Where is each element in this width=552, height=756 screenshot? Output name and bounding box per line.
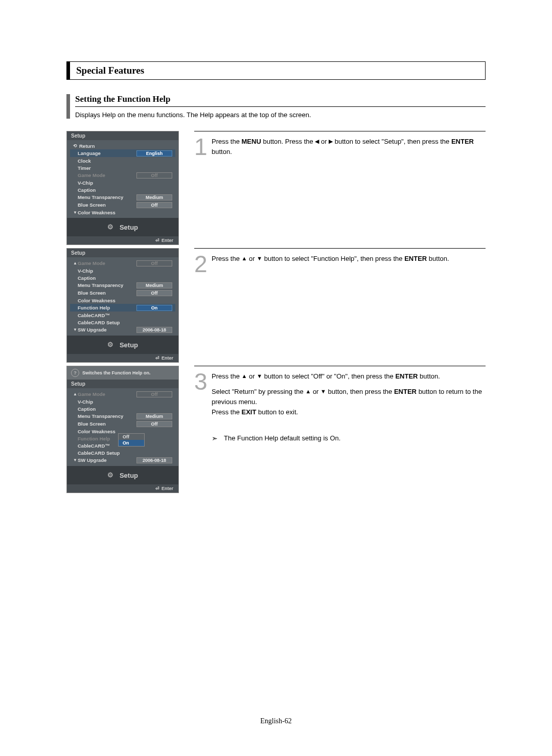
osd-row: Caption [70,186,175,193]
note: ➣ The Function Help default setting is O… [212,433,486,444]
osd-footer: ⏎Enter [67,354,178,362]
osd-popup: OffOn [118,433,145,447]
osd-label: Return [79,143,172,149]
osd-row: Menu TransparencyMedium [70,281,175,289]
osd-label: Timer [78,165,172,171]
osd-title: Setup [67,249,178,257]
step-1: Setup Return LanguageEnglishClockTimerGa… [66,131,486,245]
step-2: Setup ▲Game ModeOffV-ChipCaptionMenu Tra… [66,248,486,363]
osd-banner-label: Setup [120,472,138,479]
manual-page: Special Features Setting the Function He… [0,0,552,756]
osd-row: ▲Game ModeOff [70,390,175,398]
osd-row: Function HelpOn [70,304,175,312]
osd-value: 2006-08-18 [136,457,172,463]
screenshot-2: Setup ▲Game ModeOffV-ChipCaptionMenu Tra… [66,248,184,363]
osd-row: V-Chip [70,267,175,274]
osd-popup-option: On [119,440,144,446]
osd-row: Blue ScreenOff [70,289,175,297]
step-body: Press the ▲ or ▼ button to select "Off" … [212,371,486,444]
osd-panel-3: ? Switches the Function Help on. Setup ▲… [66,366,179,493]
osd-row: ▼Color Weakness [70,209,175,216]
osd-row: Color Weakness [70,297,175,304]
osd-value: Medium [136,413,172,419]
osd-row: CableCARD™ [70,312,175,319]
osd-footer: ⏎Enter [67,484,178,493]
osd-label: Menu Transparency [78,282,136,288]
step-number: 3 [194,371,212,392]
osd-row: ▼SW Upgrade2006-08-18 [70,326,175,333]
scroll-marker-icon: ▲ [73,261,78,265]
osd-label: SW Upgrade [78,327,136,332]
steps-container: Setup Return LanguageEnglishClockTimerGa… [66,131,486,493]
down-arrow-icon: ▼ [257,372,262,381]
osd-row: Menu TransparencyMedium [70,193,175,201]
osd-label: Clock [78,158,172,164]
step-body: Press the ▲ or ▼ button to select "Funct… [212,254,486,269]
osd-row: Menu TransparencyMedium [70,412,175,420]
osd-enter-label: Enter [162,486,173,491]
screenshot-1: Setup Return LanguageEnglishClockTimerGa… [66,131,184,245]
osd-value: Off [136,290,172,296]
osd-row: Caption [70,274,175,281]
scroll-marker-icon: ▼ [73,458,78,462]
osd-enter-label: Enter [162,355,173,361]
note-icon: ➣ [212,433,224,444]
osd-value: 2006-08-18 [136,327,172,333]
osd-row: Timer [70,164,175,171]
step-body: Press the MENU button. Press the ◀ or ▶ … [212,137,486,162]
help-icon: ? [71,369,79,377]
osd-label: Game Mode [78,391,136,397]
osd-label: Caption [78,275,172,281]
osd-label: Color Weakness [78,210,172,215]
osd-label: Blue Screen [78,290,136,296]
osd-banner-label: Setup [120,224,138,231]
up-arrow-icon: ▲ [305,387,311,396]
osd-row-return: Return [70,142,175,149]
osd-banner: ⚙ Setup [67,466,178,484]
scroll-marker-icon: ▲ [73,392,78,396]
osd-label: Blue Screen [78,202,136,208]
section-title: Special Features [76,65,144,76]
up-arrow-icon: ▲ [242,254,247,263]
subsection-title: Setting the Function Help [75,94,486,107]
osd-value: Off [136,202,172,208]
osd-label: Blue Screen [78,421,136,427]
subsection: Setting the Function Help Displays Help … [66,94,486,119]
osd-help-bar: ? Switches the Function Help on. [67,366,178,380]
osd-row: Blue ScreenOff [70,420,175,428]
gear-icon: ⚙ [107,223,116,231]
osd-list: Return LanguageEnglishClockTimerGame Mod… [67,140,178,218]
step-text: 1 Press the MENU button. Press the ◀ or … [194,131,486,239]
gear-icon: ⚙ [107,471,116,479]
osd-enter-label: Enter [162,238,173,243]
osd-label: Game Mode [78,260,136,266]
osd-value: Medium [136,194,172,201]
note-text: The Function Help default setting is On. [224,433,340,443]
enter-icon: ⏎ [155,238,159,243]
gear-icon: ⚙ [107,341,116,349]
osd-label: CableCARD Setup [78,450,172,456]
osd-row: Game ModeOff [70,171,175,179]
osd-banner: ⚙ Setup [67,218,178,236]
osd-footer: ⏎Enter [67,236,178,244]
osd-list: ▲Game ModeOffV-ChipCaptionMenu Transpare… [67,257,178,336]
right-arrow-icon: ▶ [329,137,333,146]
osd-value: Off [136,391,172,397]
osd-label: V-Chip [78,180,172,186]
down-arrow-icon: ▼ [320,387,326,396]
osd-row: ▲Game ModeOff [70,259,175,267]
osd-row: ▼SW Upgrade2006-08-18 [70,456,175,464]
screenshot-3: ? Switches the Function Help on. Setup ▲… [66,366,184,493]
osd-banner: ⚙ Setup [67,336,178,354]
step-3: ? Switches the Function Help on. Setup ▲… [66,366,486,493]
osd-row: V-Chip [70,179,175,186]
osd-label: Function Help [78,305,136,310]
osd-row: Clock [70,157,175,164]
osd-title: Setup [67,380,178,388]
osd-label: Menu Transparency [78,413,136,419]
osd-label: V-Chip [78,399,172,405]
up-arrow-icon: ▲ [242,372,247,381]
osd-value: Off [136,172,172,179]
osd-label: Menu Transparency [78,194,136,200]
osd-list: ▲Game ModeOffV-ChipCaptionMenu Transpare… [67,388,178,466]
